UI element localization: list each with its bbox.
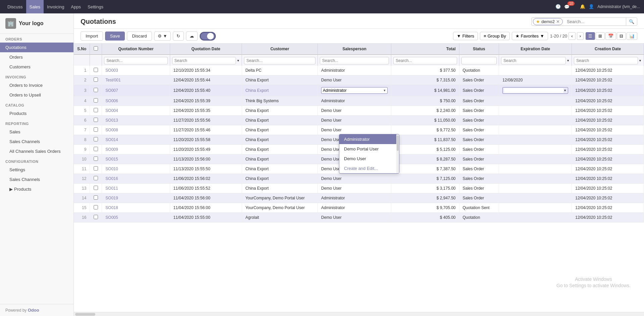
cell-quotation-number[interactable]: SO019 (102, 193, 170, 203)
gear-button[interactable]: ▼ (154, 31, 171, 41)
dropdown-create-edit[interactable]: Create and Edit... (339, 164, 399, 173)
filter-status-select[interactable]: Quotation Sales Order Quotation Sent (461, 57, 497, 64)
row-checkbox[interactable] (94, 88, 98, 92)
filter-date-input[interactable] (172, 57, 236, 64)
save-button[interactable]: Save (105, 31, 125, 41)
cell-salesperson[interactable]: Demo User (318, 116, 391, 125)
row-checkbox[interactable] (94, 176, 98, 180)
row-checkbox[interactable] (94, 77, 98, 82)
import-button[interactable]: Import (81, 31, 103, 41)
filter-total-input[interactable] (393, 57, 457, 64)
pivot-view-button[interactable]: ⊟ (617, 32, 626, 40)
toggle-button[interactable] (200, 32, 216, 41)
cell-quotation-number[interactable]: SO010 (102, 164, 170, 174)
col-quotation-date[interactable]: Quotation Date (170, 44, 242, 55)
cloud-button[interactable] (186, 31, 198, 41)
search-submit-button[interactable]: 🔍 (626, 18, 637, 25)
row-checkbox[interactable] (94, 147, 98, 151)
cell-salesperson[interactable]: Demo User (318, 75, 391, 85)
col-quotation-number[interactable]: Quotation Number (102, 44, 170, 55)
row-checkbox[interactable] (94, 205, 98, 209)
cell-customer[interactable]: China Export (242, 85, 318, 96)
user-avatar[interactable]: 👤 (589, 4, 594, 9)
row-checkbox[interactable] (94, 137, 98, 141)
sidebar-item-customers[interactable]: Customers (0, 62, 73, 72)
row-checkbox[interactable] (94, 156, 98, 161)
sidebar-item-orders-to-invoice[interactable]: Orders to Invoice (0, 80, 73, 90)
cell-expiration-date[interactable]: ▼ (499, 85, 572, 96)
cell-quotation-number[interactable]: SO013 (102, 116, 170, 125)
filter-creation-input[interactable] (574, 57, 638, 64)
col-expiration-date[interactable]: Expiration Date (499, 44, 572, 55)
filter-customer-input[interactable] (244, 57, 315, 64)
nav-item-sales[interactable]: Sales (26, 0, 44, 13)
list-view-button[interactable]: ☰ (586, 32, 595, 40)
refresh-button[interactable] (173, 31, 184, 41)
cell-quotation-number[interactable]: SO006 (102, 96, 170, 106)
nav-item-discuss[interactable]: Discuss (4, 0, 26, 13)
cell-salesperson[interactable]: Demo User (318, 125, 391, 135)
sidebar-item-sales-reporting[interactable]: Sales (0, 127, 73, 137)
filter-quotation-number-input[interactable] (104, 57, 167, 64)
sidebar-item-config-sales-channels[interactable]: Sales Channels (0, 175, 73, 184)
sidebar-item-all-channels[interactable]: All Channels Sales Orders (0, 146, 73, 156)
cell-salesperson[interactable]: ▼ (318, 85, 391, 96)
expiration-dropdown-arrow[interactable]: ▼ (563, 89, 566, 92)
sidebar-item-config-products[interactable]: ▶ Products (0, 184, 73, 194)
bell-icon[interactable]: 🔔 (580, 4, 585, 9)
sidebar-item-products-catalog[interactable]: Products (0, 109, 73, 118)
row-checkbox[interactable] (94, 108, 98, 112)
sidebar-item-orders[interactable]: Orders (0, 52, 73, 62)
salesperson-edit-input[interactable] (323, 88, 382, 93)
cell-quotation-number[interactable]: SO003 (102, 65, 170, 75)
filter-salesperson-input[interactable] (320, 57, 389, 64)
cell-salesperson[interactable]: Demo User (318, 184, 391, 193)
cell-quotation-number[interactable]: SO004 (102, 106, 170, 116)
col-customer[interactable]: Customer (242, 44, 318, 55)
col-status[interactable]: Status (459, 44, 499, 55)
dropdown-item-demo-user[interactable]: Demo User (339, 154, 399, 164)
cell-quotation-number[interactable]: SO014 (102, 135, 170, 145)
filter-expiration-input[interactable] (501, 57, 566, 64)
search-tag-close[interactable]: ✕ (556, 19, 560, 24)
cell-quotation-number[interactable]: SO005 (102, 213, 170, 223)
cell-quotation-number[interactable]: Test/001 (102, 75, 170, 85)
row-checkbox[interactable] (94, 98, 98, 103)
cell-salesperson[interactable]: Demo User (318, 213, 391, 223)
pagination-next[interactable]: › (577, 32, 584, 40)
sidebar-item-settings[interactable]: Settings (0, 165, 73, 175)
filters-button[interactable]: ▼ Filters (453, 32, 478, 40)
col-creation-date[interactable]: Creation Date (572, 44, 644, 55)
calendar-view-button[interactable]: 📅 (605, 32, 616, 40)
row-checkbox[interactable] (94, 68, 98, 72)
row-checkbox[interactable] (94, 127, 98, 132)
row-checkbox[interactable] (94, 186, 98, 190)
cell-quotation-number[interactable]: SO016 (102, 174, 170, 184)
nav-item-invoicing[interactable]: Invoicing (44, 0, 67, 13)
cell-salesperson[interactable]: Demo User (318, 106, 391, 116)
horizontal-scrollbar[interactable] (74, 312, 644, 316)
pagination-prev[interactable]: ‹ (568, 32, 575, 40)
row-checkbox[interactable] (94, 215, 98, 219)
row-checkbox[interactable] (94, 118, 98, 122)
notification-icon[interactable]: 💬10 (564, 4, 577, 9)
select-all-checkbox[interactable] (94, 46, 98, 51)
search-input[interactable] (564, 18, 626, 25)
cell-quotation-number[interactable]: SO008 (102, 125, 170, 135)
cell-quotation-number[interactable]: SO015 (102, 154, 170, 164)
dropdown-item-administrator[interactable]: Administrator (339, 134, 399, 144)
nav-item-apps[interactable]: Apps (67, 0, 84, 13)
cell-salesperson[interactable]: Administrator (318, 203, 391, 213)
cell-salesperson[interactable]: Administrator (318, 193, 391, 203)
cell-quotation-number[interactable]: SO018 (102, 203, 170, 213)
dropdown-item-demo-portal-user[interactable]: Demo Portal User (339, 144, 399, 154)
cell-quotation-number[interactable]: SO011 (102, 184, 170, 193)
graph-view-button[interactable]: 📊 (627, 32, 637, 40)
row-checkbox[interactable] (94, 166, 98, 171)
favorites-button[interactable]: ★ Favorites ▼ (512, 32, 548, 40)
cell-quotation-number[interactable]: SO009 (102, 145, 170, 154)
clock-icon[interactable]: 🕐 (555, 4, 561, 9)
row-checkbox[interactable] (94, 195, 98, 200)
sidebar-item-quotations[interactable]: Quotations (0, 43, 73, 52)
group-by-button[interactable]: ≡ Group By (480, 32, 510, 40)
